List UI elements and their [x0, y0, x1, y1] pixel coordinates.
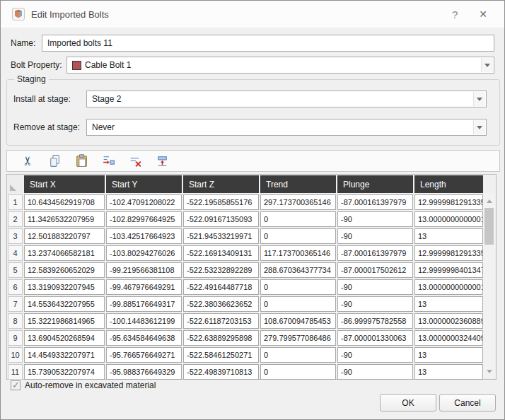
- table-cell[interactable]: 0: [260, 279, 336, 295]
- table-cell[interactable]: -522.16913409131: [183, 245, 259, 261]
- table-cell[interactable]: 13.0000000000001: [414, 211, 483, 227]
- column-header-start-x[interactable]: Start X: [24, 175, 105, 193]
- table-cell[interactable]: -99.219566381108: [106, 262, 182, 278]
- column-header-length[interactable]: Length: [414, 175, 483, 193]
- table-cell[interactable]: -87.000161397979: [337, 194, 413, 210]
- copy-button[interactable]: [47, 153, 63, 169]
- row-number[interactable]: 3: [8, 228, 23, 244]
- table-cell[interactable]: 288.670364377734: [260, 262, 336, 278]
- table-cell[interactable]: -87.000017502612: [337, 262, 413, 278]
- table-cell[interactable]: 12.5839260652029: [24, 262, 105, 278]
- table-cell[interactable]: 13.3190932207945: [24, 279, 105, 295]
- auto-remove-checkbox[interactable]: [11, 380, 21, 390]
- scroll-down-button[interactable]: [483, 366, 495, 377]
- row-number[interactable]: 5: [8, 262, 23, 278]
- table-cell[interactable]: 0: [260, 296, 336, 312]
- insert-row-button[interactable]: [100, 153, 117, 169]
- table-cell[interactable]: 108.670094785453: [260, 313, 336, 329]
- column-header-plunge[interactable]: Plunge: [337, 175, 413, 193]
- table-cell[interactable]: 11.3426532207959: [24, 211, 105, 227]
- table-cell[interactable]: 10.6434562919708: [24, 194, 105, 210]
- table-cell[interactable]: 0: [260, 228, 336, 244]
- name-input[interactable]: Imported bolts 11: [42, 35, 494, 52]
- table-cell[interactable]: -522.19585855176: [183, 194, 259, 210]
- table-cell[interactable]: -522.49164487718: [183, 279, 259, 295]
- bolt-property-select[interactable]: Cable Bolt 1: [66, 57, 494, 74]
- table-cell[interactable]: -102.82997664925: [106, 211, 182, 227]
- scrollbar-thumb[interactable]: [484, 208, 494, 245]
- table-cell[interactable]: 13.2374066582181: [24, 245, 105, 261]
- row-number[interactable]: 10: [8, 347, 23, 363]
- row-number[interactable]: 6: [8, 279, 23, 295]
- table-cell[interactable]: 13.0000002360889: [414, 313, 483, 329]
- table-cell[interactable]: -522.63889295898: [183, 330, 259, 346]
- cancel-button[interactable]: Cancel: [439, 394, 496, 412]
- table-cell[interactable]: -90: [337, 228, 413, 244]
- row-number[interactable]: 1: [8, 194, 23, 210]
- table-cell[interactable]: 297.173700365146: [260, 194, 336, 210]
- row-number[interactable]: 7: [8, 296, 23, 312]
- column-header-start-z[interactable]: Start Z: [183, 175, 259, 193]
- row-number[interactable]: 8: [8, 313, 23, 329]
- table-cell[interactable]: 14.5536432207955: [24, 296, 105, 312]
- bolt-property-dropdown-button[interactable]: [481, 58, 493, 72]
- table-cell[interactable]: 0: [260, 364, 336, 380]
- row-number[interactable]: 2: [8, 211, 23, 227]
- row-number[interactable]: 9: [8, 330, 23, 346]
- table-cell[interactable]: -522.61187203153: [183, 313, 259, 329]
- table-cell[interactable]: 0: [260, 211, 336, 227]
- delete-row-button[interactable]: [127, 153, 144, 169]
- install-stage-dropdown-button[interactable]: [473, 92, 485, 106]
- vertical-scrollbar[interactable]: [483, 194, 495, 378]
- table-cell[interactable]: -99.885176649317: [106, 296, 182, 312]
- table-cell[interactable]: -90: [337, 211, 413, 227]
- table-cell[interactable]: -90: [337, 364, 413, 380]
- table-cell[interactable]: 15.7390532207974: [24, 364, 105, 380]
- column-header-trend[interactable]: Trend: [260, 175, 336, 193]
- table-cell[interactable]: 13.0000000324409: [414, 330, 483, 346]
- table-cell[interactable]: 12.9999981291335: [414, 245, 483, 261]
- table-cell[interactable]: 13: [414, 296, 483, 312]
- ok-button[interactable]: OK: [380, 394, 436, 412]
- table-cell[interactable]: -522.58461250271: [183, 347, 259, 363]
- table-cell[interactable]: -90: [337, 279, 413, 295]
- table-cell[interactable]: -99.467976649291: [106, 279, 182, 295]
- row-number[interactable]: 11: [8, 364, 23, 380]
- close-icon[interactable]: ✕: [479, 8, 487, 20]
- table-cell[interactable]: 117.173700365146: [260, 245, 336, 261]
- table-cell[interactable]: -87.000001330063: [337, 330, 413, 346]
- table-cell[interactable]: -103.80294276026: [106, 245, 182, 261]
- table-cell[interactable]: -100.14483612199: [106, 313, 182, 329]
- table-cell[interactable]: 12.9999981291335: [414, 194, 483, 210]
- table-cell[interactable]: -87.000161397979: [337, 245, 413, 261]
- select-all-corner[interactable]: [8, 175, 23, 193]
- table-cell[interactable]: -90: [337, 296, 413, 312]
- table-cell[interactable]: -521.94533219971: [183, 228, 259, 244]
- row-number[interactable]: 4: [8, 245, 23, 261]
- table-cell[interactable]: -90: [337, 347, 413, 363]
- table-cell[interactable]: -522.49839710813: [183, 364, 259, 380]
- append-row-button[interactable]: [154, 153, 170, 169]
- table-cell[interactable]: -95.988376649329: [106, 364, 182, 380]
- table-cell[interactable]: 12.9999998401347: [414, 262, 483, 278]
- table-cell[interactable]: -522.09167135093: [183, 211, 259, 227]
- table-cell[interactable]: -95.766576649271: [106, 347, 182, 363]
- table-cell[interactable]: 15.3221986814965: [24, 313, 105, 329]
- column-header-start-y[interactable]: Start Y: [106, 175, 182, 193]
- table-cell[interactable]: 13: [414, 364, 483, 380]
- table-cell[interactable]: 279.799577086486: [260, 330, 336, 346]
- remove-stage-select[interactable]: Never: [86, 119, 487, 136]
- table-cell[interactable]: 0: [260, 347, 336, 363]
- table-cell[interactable]: -95.634584649638: [106, 330, 182, 346]
- help-button[interactable]: ?: [452, 8, 458, 21]
- table-cell[interactable]: -86.999975782558: [337, 313, 413, 329]
- remove-stage-dropdown-button[interactable]: [473, 120, 485, 134]
- table-cell[interactable]: 13: [414, 347, 483, 363]
- table-cell[interactable]: -522.53232892289: [183, 262, 259, 278]
- install-stage-select[interactable]: Stage 2: [86, 91, 487, 107]
- cut-button[interactable]: ✂: [20, 153, 36, 169]
- table-cell[interactable]: 13.0000000000001: [414, 279, 483, 295]
- table-cell[interactable]: 14.4549332207971: [24, 347, 105, 363]
- table-cell[interactable]: 13: [414, 228, 483, 244]
- table-cell[interactable]: -102.47091208022: [106, 194, 182, 210]
